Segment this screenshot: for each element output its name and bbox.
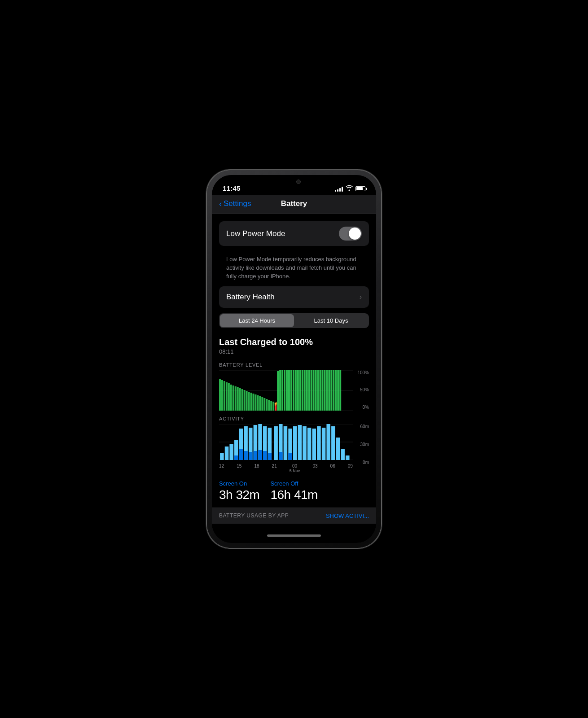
screen-on-label: Screen On	[219, 480, 259, 487]
svg-rect-26	[270, 401, 272, 411]
svg-rect-98	[346, 455, 350, 460]
screen-off-label: Screen Off	[270, 480, 317, 487]
front-camera	[296, 180, 301, 184]
battery-chart-label: BATTERY LEVEL	[219, 362, 369, 368]
svg-rect-78	[263, 451, 267, 460]
svg-rect-87	[293, 426, 297, 460]
phone-frame: 11:45	[206, 170, 382, 548]
phone-screen: 11:45	[212, 175, 376, 543]
svg-rect-19	[255, 394, 256, 411]
charged-time: 08:11	[219, 348, 369, 355]
period-selector[interactable]: Last 24 Hours Last 10 Days	[219, 313, 369, 328]
status-time: 11:45	[223, 184, 241, 192]
chevron-left-icon: ‹	[219, 200, 222, 208]
toggle-knob	[349, 228, 361, 240]
svg-rect-86	[288, 453, 292, 460]
svg-rect-64	[229, 444, 233, 460]
svg-rect-14	[244, 390, 246, 411]
svg-rect-92	[317, 426, 321, 460]
bottom-bar: BATTERY USAGE BY APP SHOW ACTIVI...	[212, 508, 376, 524]
screen-stats: Screen On 3h 32m Screen Off 16h 41m	[212, 477, 376, 508]
svg-rect-51	[324, 370, 325, 411]
description-text: Low Power Mode temporarily reduces backg…	[226, 256, 356, 280]
home-indicator	[212, 528, 376, 543]
battery-y-50: 50%	[355, 387, 369, 392]
svg-rect-4	[221, 380, 223, 411]
x-label-06: 06	[330, 464, 335, 473]
svg-rect-36	[290, 370, 292, 411]
activity-y-60: 60m	[355, 424, 369, 429]
svg-rect-68	[239, 449, 243, 460]
svg-rect-53	[328, 370, 330, 411]
svg-rect-55	[333, 370, 334, 411]
x-label-15: 15	[237, 464, 241, 473]
svg-rect-9	[233, 385, 234, 411]
svg-rect-6	[226, 382, 228, 411]
svg-rect-25	[268, 400, 270, 411]
svg-rect-84	[284, 426, 288, 460]
screen-on-value: 3h 32m	[219, 488, 259, 502]
svg-rect-83	[279, 452, 283, 460]
svg-rect-97	[341, 449, 345, 460]
svg-rect-7	[228, 383, 230, 411]
low-power-group: Low Power Mode	[219, 221, 369, 246]
battery-y-100: 100%	[355, 370, 369, 375]
svg-rect-32	[281, 370, 283, 411]
svg-rect-63	[225, 447, 229, 460]
svg-rect-30	[277, 371, 279, 411]
nav-bar: ‹ Settings Battery	[212, 195, 376, 214]
activity-y-0: 0m	[355, 460, 369, 465]
battery-chart-section: BATTERY LEVEL	[212, 357, 376, 414]
notch	[260, 175, 328, 188]
charged-title: Last Charged to 100%	[219, 337, 369, 347]
svg-rect-93	[322, 428, 326, 460]
svg-rect-47	[315, 370, 317, 411]
main-content: ‹ Settings Battery Low Power Mode	[212, 195, 376, 528]
svg-rect-31	[279, 370, 281, 411]
wifi-icon	[346, 185, 353, 192]
svg-rect-49	[320, 370, 321, 411]
show-activity-button[interactable]: SHOW ACTIVI...	[326, 512, 369, 519]
period-10d-button[interactable]: Last 10 Days	[294, 314, 368, 327]
svg-rect-39	[297, 370, 299, 411]
battery-health-group[interactable]: Battery Health ›	[219, 286, 369, 308]
svg-rect-22	[261, 397, 263, 411]
svg-rect-81	[274, 426, 278, 460]
svg-rect-48	[317, 370, 319, 411]
svg-rect-17	[250, 393, 252, 411]
svg-rect-37	[293, 370, 294, 411]
svg-rect-40	[299, 370, 301, 411]
signal-icon	[335, 186, 343, 192]
back-button[interactable]: ‹ Settings	[219, 199, 251, 208]
svg-rect-42	[304, 370, 306, 411]
svg-rect-91	[312, 429, 316, 460]
activity-chart-label: ACTIVITY	[219, 416, 369, 421]
svg-rect-74	[254, 451, 258, 460]
svg-rect-15	[246, 391, 248, 411]
screen-off-stat: Screen Off 16h 41m	[270, 480, 317, 502]
x-label-09: 09	[348, 464, 353, 473]
x-label-18: 18	[254, 464, 259, 473]
x-label-21: 21	[272, 464, 277, 473]
period-24h-button[interactable]: Last 24 Hours	[220, 314, 294, 327]
battery-usage-label: BATTERY USAGE BY APP	[219, 512, 289, 519]
chevron-right-icon: ›	[360, 293, 362, 301]
svg-rect-23	[263, 398, 265, 411]
svg-rect-57	[337, 370, 339, 411]
settings-scroll[interactable]: Low Power Mode Low Power Mode temporaril…	[212, 214, 376, 528]
low-power-toggle[interactable]	[339, 227, 362, 241]
activity-y-axis: 60m 30m 0m	[355, 424, 369, 473]
svg-rect-89	[303, 426, 307, 460]
svg-rect-88	[298, 425, 302, 460]
battery-health-row[interactable]: Battery Health ›	[219, 286, 369, 308]
svg-rect-3	[219, 379, 221, 411]
svg-rect-38	[295, 370, 297, 411]
svg-rect-35	[288, 370, 290, 411]
battery-y-0: 0%	[355, 405, 369, 410]
battery-y-axis: 100% 50% 0%	[355, 370, 369, 411]
svg-rect-80	[268, 453, 272, 460]
svg-rect-13	[241, 389, 243, 411]
svg-rect-16	[248, 392, 250, 411]
svg-rect-12	[239, 388, 241, 411]
page-title: Battery	[281, 199, 307, 208]
